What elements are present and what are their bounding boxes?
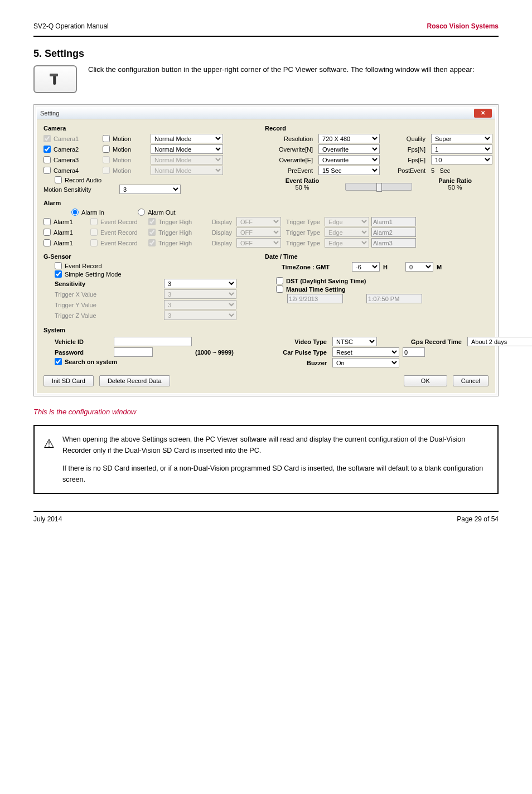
camera3-mode-select: Normal Mode [151,155,223,164]
alarm2-out-field [371,227,416,237]
alarm1-checkbox[interactable] [43,218,51,225]
camera2-checkbox[interactable] [43,146,51,153]
window-title: Setting [40,110,59,117]
camera1-motion-checkbox[interactable] [103,135,110,142]
quality-label: Quality [383,135,428,142]
record-audio-label: Record Audio [65,177,101,183]
trig-z-label: Trigger Z Value [55,312,161,319]
fps-e-label: Fps[E] [383,157,428,163]
section-title: 5. Settings [33,48,499,60]
init-sd-button[interactable]: Init SD Card [43,375,94,386]
buzzer-label: Buzzer [268,360,329,366]
ratio-slider[interactable] [345,183,412,191]
alarm3-out-field [371,238,416,248]
svg-rect-0 [50,74,58,76]
record-audio-checkbox[interactable] [55,176,62,183]
vehicle-id-label: Vehicle ID [55,338,110,345]
timezone-m-select[interactable]: 0 [405,262,433,272]
gps-record-select[interactable]: About 2 days [467,337,532,346]
fps-e-select[interactable]: 10 [431,155,492,164]
camera3-checkbox[interactable] [43,156,51,163]
alarm-in-radio[interactable] [71,209,79,216]
h-unit: H [383,264,388,270]
dst-checkbox[interactable] [276,277,283,284]
panic-ratio-label: Panic Ratio [418,177,492,184]
alarm3-checkbox[interactable] [43,239,51,246]
video-type-select[interactable]: NTSC [332,337,377,346]
camera-group: Camera [43,125,248,132]
camera2-label: Camera2 [54,146,79,153]
camera3-motion-checkbox [103,156,110,163]
alarm1-triggertype-label: Trigger Type [283,219,322,225]
settings-hammer-icon [33,65,77,93]
overwrite-e-select[interactable]: Overwrite [318,155,380,164]
car-pulse-select[interactable]: Reset [332,347,399,357]
alarm1-triggertype-select: Edge [325,217,369,226]
alarm-in-label: Alarm In [81,209,104,216]
camera4-motion-checkbox [103,167,110,174]
password-field[interactable] [114,347,153,357]
time-field [366,294,422,303]
alarm1-label: Alarm1 [54,219,73,225]
motion-sensitivity-label: Motion Sensitivity [43,186,116,193]
footer-page: Page 29 of 54 [457,515,499,523]
camera2-motion-checkbox[interactable] [103,146,110,153]
resolution-select[interactable]: 720 X 480 [318,134,380,143]
intro-text: Click the configuration button in the up… [88,65,475,74]
alarm1-display-select: OFF [236,217,281,226]
car-pulse-label: Car Pulse Type [268,349,329,356]
camera4-checkbox[interactable] [43,167,51,174]
camera3-motion-label: Motion [113,157,131,163]
alarm1-event-checkbox [90,218,98,225]
trig-x-label: Trigger X Value [55,291,161,298]
overwrite-n-select[interactable]: Overwrite [318,144,380,154]
gps-record-label: Gps Record Time [403,338,464,345]
search-on-system-checkbox[interactable] [55,358,62,365]
trig-x-select: 3 [164,289,236,299]
camera4-motion-label: Motion [113,167,131,174]
alarm1-display-label: Display [206,219,234,225]
fps-n-select[interactable]: 1 [431,144,492,154]
preevent-select[interactable]: 15 Sec [318,166,380,175]
manual-time-checkbox[interactable] [276,285,283,293]
sensitivity-label: Sensitivity [55,280,161,287]
vehicle-id-field[interactable] [114,337,192,346]
delete-record-button[interactable]: Delete Record Data [99,375,170,386]
alarm-out-label: Alarm Out [148,209,176,216]
camera1-mode-select[interactable]: Normal Mode [151,134,223,143]
camera4-label: Camera4 [54,167,79,174]
ok-button[interactable]: OK [404,375,447,386]
motion-sensitivity-select[interactable]: 3 [119,185,181,194]
alarm2-checkbox[interactable] [43,229,51,236]
event-ratio-label: Event Ratio [265,177,340,184]
sensitivity-select[interactable]: 3 [164,279,236,288]
camera1-checkbox[interactable] [43,135,51,142]
trig-y-select: 3 [164,300,236,309]
system-group: System [43,327,489,333]
timezone-label: TimeZone : GMT [282,264,349,270]
preevent-label: PreEvent [265,167,315,174]
alarm-out-radio[interactable] [138,209,145,216]
simple-setting-checkbox[interactable] [55,270,62,278]
quality-select[interactable]: Super [431,134,492,143]
camera2-motion-label: Motion [113,146,131,153]
fps-n-label: Fps[N] [383,146,428,153]
company-name: Rosco Vision Systems [427,22,499,30]
camera2-mode-select[interactable]: Normal Mode [151,144,223,154]
overwrite-n-label: Overwrite[N] [265,146,315,153]
car-pulse-num-field[interactable] [403,347,425,357]
footer-date: July 2014 [33,515,62,523]
m-unit: M [437,264,442,270]
buzzer-select[interactable]: On [332,358,399,367]
gsensor-event-checkbox[interactable] [55,262,62,269]
panic-ratio-value: 50 % [418,184,492,191]
alarm1-out-field [371,217,416,226]
trig-z-select: 3 [164,311,236,320]
record-group: Record [265,125,492,132]
timezone-h-select[interactable]: -6 [352,262,380,272]
camera4-mode-select: Normal Mode [151,166,223,175]
camera1-label: Camera1 [54,135,79,142]
cancel-button[interactable]: Cancel [453,375,489,386]
password-label: Password [55,349,110,356]
close-icon[interactable]: ✕ [474,109,492,118]
